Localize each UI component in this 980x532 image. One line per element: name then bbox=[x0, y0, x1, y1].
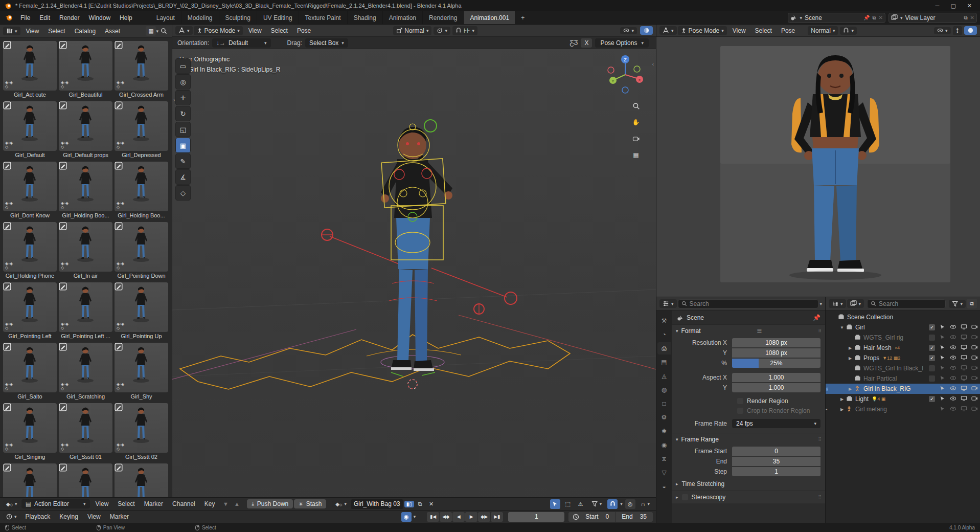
only-errors-icon[interactable]: ⚠ bbox=[576, 499, 586, 509]
resolution-y-field[interactable]: 1080 px bbox=[732, 348, 821, 358]
pin-icon[interactable]: 📌 bbox=[813, 314, 821, 321]
zoom-view-icon[interactable] bbox=[630, 100, 642, 112]
asset-thumbnail[interactable]: ◈▫◈◇ bbox=[3, 282, 57, 332]
hide-icon[interactable] bbox=[949, 365, 956, 371]
collection-checkbox[interactable]: ✓ bbox=[929, 365, 935, 371]
asset-thumbnail[interactable]: ◈▫◈◇ bbox=[3, 343, 57, 392]
scale-tool-icon[interactable]: ◱ bbox=[175, 122, 191, 137]
dope-menu-key[interactable]: Key bbox=[200, 499, 220, 509]
select-box-tool-icon[interactable]: ▭ bbox=[175, 58, 191, 74]
disable-viewport-icon[interactable] bbox=[960, 375, 967, 382]
proportional-edit-icon[interactable]: ◎ bbox=[625, 499, 635, 509]
dope-menu-marker[interactable]: Marker bbox=[140, 499, 168, 509]
new-collection-button[interactable]: ⧉ bbox=[967, 299, 977, 308]
aspect-y-field[interactable]: 1.000 bbox=[732, 383, 821, 392]
hide-icon[interactable] bbox=[949, 355, 956, 361]
jump-to-end-button[interactable]: ▶▮ bbox=[491, 512, 503, 522]
asset-thumbnail[interactable]: ◈▫◈◇ bbox=[59, 162, 112, 211]
duplicate-action-icon[interactable]: ⧉ bbox=[415, 499, 425, 509]
asset-thumbnail[interactable]: ◈▫◈◇ bbox=[59, 101, 112, 151]
viewport2-menu-select[interactable]: Select bbox=[750, 26, 777, 36]
asset-thumbnail[interactable]: ◈▫◈◇ bbox=[59, 222, 112, 272]
previous-keyframe-button[interactable]: ◀◆ bbox=[440, 512, 452, 522]
mode-selector[interactable]: Pose Mode ▾ bbox=[194, 26, 243, 35]
edit-asset-icon[interactable] bbox=[3, 222, 11, 230]
timeline-menu-keying[interactable]: Keying bbox=[55, 512, 83, 522]
disable-render-icon[interactable] bbox=[971, 395, 978, 403]
workspace-tab-uv-editing[interactable]: UV Editing bbox=[257, 11, 299, 24]
workspace-tab-animation[interactable]: Animation bbox=[383, 11, 423, 24]
tab-scene[interactable]: ◬ bbox=[657, 370, 671, 382]
bone-relations-tool-icon[interactable]: ◇ bbox=[175, 185, 191, 201]
selectable-icon[interactable] bbox=[939, 324, 946, 331]
action-datablock[interactable]: Girl_With Bag 03 bbox=[351, 499, 403, 509]
disable-viewport-icon[interactable] bbox=[960, 365, 967, 372]
outliner-item-light[interactable]: ▶Light💡4 ▣✓ bbox=[826, 394, 980, 404]
outliner-item-scene-collection[interactable]: Scene Collection bbox=[826, 312, 980, 322]
disable-render-icon[interactable] bbox=[971, 354, 978, 362]
asset-card[interactable]: ◈▫◈◇ bbox=[3, 463, 57, 497]
app-menu-file[interactable]: File bbox=[16, 13, 35, 23]
frame-step-field[interactable]: 1 bbox=[732, 467, 821, 476]
asset-thumbnail[interactable]: ◈▫◈◇ bbox=[3, 101, 57, 151]
asset-card[interactable]: ◈▫◈◇Girl_Shy bbox=[115, 343, 168, 401]
tab-tool[interactable]: ⚒ bbox=[657, 315, 671, 327]
asset-card[interactable]: ◈▫◈◇Girl_Pointing Left ... bbox=[59, 282, 112, 341]
viewport-canvas[interactable]: User Orthographic (1) Girl In Black_RIG … bbox=[172, 49, 656, 497]
asset-card[interactable]: ◈▫◈◇Girl_Holding Phone bbox=[3, 222, 57, 280]
edit-asset-icon[interactable] bbox=[115, 403, 123, 411]
tab-material[interactable]: ◒ bbox=[657, 480, 671, 493]
edit-asset-icon[interactable] bbox=[115, 162, 123, 170]
collection-checkbox[interactable]: ✓ bbox=[929, 355, 935, 361]
edit-asset-icon[interactable] bbox=[115, 463, 123, 472]
edit-asset-icon[interactable] bbox=[3, 162, 11, 170]
disable-render-icon[interactable] bbox=[971, 344, 978, 351]
asset-card[interactable]: ◈▫◈◇Girl_Depressed bbox=[115, 101, 168, 160]
move-view-icon[interactable]: ✋ bbox=[630, 117, 642, 128]
move-tool-icon[interactable]: ✛ bbox=[175, 90, 191, 105]
tab-modifiers[interactable]: ⚙ bbox=[657, 411, 671, 424]
frame-end-field[interactable]: 35 bbox=[732, 457, 821, 466]
outliner-item-girl-metarig[interactable]: •▶Girl metarig bbox=[826, 404, 980, 414]
snap-toggle[interactable]: ▾ bbox=[840, 27, 857, 35]
asset-card[interactable]: ◈▫◈◇Girl_Default props bbox=[59, 101, 112, 160]
asset-card[interactable]: ◈▫◈◇Girl_Pointing Left bbox=[3, 282, 57, 341]
viewport-3d[interactable]: ▾ Pose Mode ▾ ViewSelectPose Normal ▾ ▾ … bbox=[172, 25, 656, 497]
asset-card[interactable]: ◈▫◈◇Girl_In air bbox=[59, 222, 112, 280]
orientation-default-dropdown[interactable]: ↓→ Default ▾ bbox=[212, 38, 271, 48]
edit-asset-icon[interactable] bbox=[3, 101, 11, 109]
edit-asset-icon[interactable] bbox=[59, 403, 67, 411]
current-frame-field[interactable]: 1 bbox=[508, 512, 564, 522]
shading-rendered-toggle[interactable] bbox=[964, 26, 977, 35]
app-menu-help[interactable]: Help bbox=[115, 13, 137, 23]
edit-asset-icon[interactable] bbox=[59, 162, 67, 170]
app-menu-window[interactable]: Window bbox=[84, 13, 115, 23]
hide-icon[interactable] bbox=[949, 345, 956, 351]
edit-asset-icon[interactable] bbox=[115, 282, 123, 291]
show-gizmo-toggle[interactable]: ▾ bbox=[934, 27, 951, 34]
asset-thumbnail[interactable]: ◈▫◈◇ bbox=[115, 343, 168, 392]
disable-render-icon[interactable] bbox=[971, 334, 978, 341]
expand-icon[interactable]: ▶ bbox=[847, 356, 853, 361]
asset-thumbnail[interactable]: ◈▫◈◇ bbox=[115, 403, 168, 453]
app-menu-render[interactable]: Render bbox=[55, 13, 84, 23]
resolution-scale-slider[interactable]: 25% bbox=[732, 359, 821, 368]
asset-card[interactable]: ◈▫◈◇Girl_Holding Boo... bbox=[59, 162, 112, 220]
edit-asset-icon[interactable] bbox=[59, 101, 67, 109]
timeline-menu-marker[interactable]: Marker bbox=[105, 512, 133, 522]
disable-viewport-icon[interactable] bbox=[960, 334, 967, 341]
action-browse-dropdown[interactable]: ◆◇ ▾ bbox=[332, 500, 350, 508]
edit-asset-icon[interactable] bbox=[3, 403, 11, 411]
asset-thumbnail[interactable]: ◈▫◈◇ bbox=[59, 41, 112, 91]
aspect-x-field[interactable]: 1.000 bbox=[732, 373, 821, 382]
disable-render-icon[interactable] bbox=[971, 406, 978, 413]
new-view-layer-icon[interactable]: ⧉ bbox=[964, 15, 967, 21]
asset-menu-select[interactable]: Select bbox=[43, 26, 70, 36]
outliner-item-girl-in-black-rig[interactable]: 🯅▶Girl In Black_RIG bbox=[826, 384, 980, 394]
edit-asset-icon[interactable] bbox=[59, 222, 67, 230]
asset-card[interactable]: ◈▫◈◇Girl_Act cute bbox=[3, 41, 57, 99]
render-region-checkbox[interactable]: ✓ bbox=[737, 398, 743, 404]
presets-icon[interactable]: ☰ bbox=[757, 328, 762, 335]
asset-thumbnail[interactable]: ◈▫◈◇ bbox=[115, 162, 168, 211]
asset-card[interactable]: ◈▫◈◇Girl_Pointing Up bbox=[115, 282, 168, 341]
